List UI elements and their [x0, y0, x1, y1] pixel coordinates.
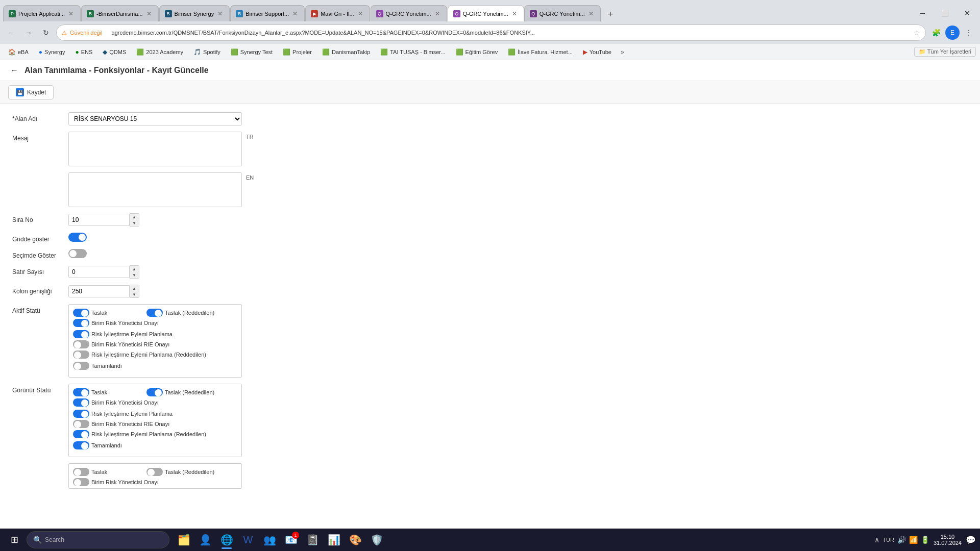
taskbar-app-teams[interactable]: 👥 [259, 530, 280, 550]
below-statu-birim-risk-toggle[interactable] [73, 478, 89, 486]
tab-qgrc-2[interactable]: Q Q-GRC Yönetim... ✕ [448, 5, 524, 21]
below-statu-taslak-red-toggle[interactable] [146, 468, 163, 476]
bookmark-qdms[interactable]: ◆ QDMS [99, 47, 130, 57]
tab-close-projeler[interactable]: ✕ [67, 10, 75, 18]
gorünür-statu-birim-risk-toggle[interactable] [73, 398, 89, 407]
kolon-genisligi-input[interactable] [68, 285, 130, 297]
gorünür-statu-birim-rie-toggle[interactable] [73, 420, 89, 428]
taskbar-app-excel[interactable]: 📊 [324, 530, 344, 550]
bookmark-star-icon[interactable]: ☆ [914, 29, 920, 37]
tab-close-bimser-danisma[interactable]: ✕ [145, 10, 153, 18]
kolon-genisligi-up[interactable]: ▲ [130, 285, 139, 291]
profile-button[interactable]: E [945, 26, 960, 40]
bookmark-tai-tusas[interactable]: 🟩 TAI TUSAŞ - Bimser... [376, 47, 449, 57]
close-window-button[interactable]: ✕ [957, 5, 978, 21]
tab-bimser-support[interactable]: B Bimser Support... ✕ [230, 5, 305, 21]
taskbar-app-chrome[interactable]: 🌐 [216, 530, 237, 550]
taskbar-datetime[interactable]: 15:10 31.07.2024 [934, 534, 962, 546]
notification-center-icon[interactable]: 💬 [966, 535, 976, 545]
bookmark-ilave-fatura[interactable]: 🟩 İlave Fatura. Hizmet... [504, 47, 577, 57]
forward-button[interactable]: → [21, 26, 36, 40]
gridde-goster-toggle[interactable] [68, 233, 87, 242]
tab-close-qgrc-3[interactable]: ✕ [587, 10, 595, 18]
tab-close-mavi-gri[interactable]: ✕ [356, 10, 364, 18]
tab-bimser-synergy[interactable]: B Bimser Synergy ✕ [159, 5, 230, 21]
tab-qgrc-1[interactable]: Q Q-GRC Yönetim... ✕ [371, 5, 447, 21]
battery-icon[interactable]: 🔋 [921, 536, 929, 544]
bookmark-synergy[interactable]: ● Synergy [35, 47, 69, 57]
save-button[interactable]: 💾 Kaydet [8, 85, 54, 99]
tab-close-bimser-synergy[interactable]: ✕ [216, 10, 224, 18]
alan-adi-select[interactable]: RİSK SENARYOSU 15 [68, 112, 242, 126]
gorünür-statu-tamamlandi-toggle[interactable] [73, 441, 89, 449]
restore-button[interactable]: ⬜ [934, 5, 955, 21]
aktif-statu-risk-ey-red-toggle[interactable] [73, 350, 89, 359]
reload-button[interactable]: ↻ [39, 26, 53, 40]
bookmark-projeler[interactable]: 🟩 Projeler [279, 47, 316, 57]
back-button[interactable]: ← [4, 26, 18, 40]
start-button[interactable]: ⊞ [4, 530, 24, 550]
gorünür-statu-risk-iy-toggle[interactable] [73, 410, 89, 418]
gorünür-statu-taslak-red-toggle[interactable] [146, 388, 163, 396]
bookmarks-more-button[interactable]: » [618, 47, 627, 57]
aktif-statu-birim-risk-toggle[interactable] [73, 319, 89, 327]
secimde-goster-toggle[interactable] [68, 249, 87, 258]
taskbar-app-person[interactable]: 👤 [195, 530, 215, 550]
below-statu-taslak-toggle[interactable] [73, 468, 89, 476]
sira-no-spinner: ▲ ▼ [130, 213, 139, 227]
kolon-genisligi-down[interactable]: ▼ [130, 291, 139, 297]
address-input[interactable] [106, 25, 911, 40]
tab-projeler[interactable]: P Projeler Applicati... ✕ [3, 5, 81, 21]
tab-close-bimser-support[interactable]: ✕ [291, 10, 299, 18]
mesaj-en-input[interactable] [68, 172, 242, 207]
bookmark-ens[interactable]: ● ENS [71, 47, 96, 57]
tab-bimser-danisma[interactable]: B -BimserDanisma... ✕ [81, 5, 158, 21]
bookmark-2023academy[interactable]: 🟩 2023 Academy [132, 47, 187, 57]
aktif-statu-birim-rie-toggle[interactable] [73, 340, 89, 348]
aktif-statu-taslak-red-toggle[interactable] [146, 309, 163, 317]
bookmark-youtube[interactable]: ▶ YouTube [579, 47, 616, 57]
taskbar-app-onenote[interactable]: 📓 [302, 530, 323, 550]
bookmarks-folder[interactable]: 📁 Tüm Yer İşaretleri [914, 47, 976, 57]
aktif-statu-risk-iy-toggle[interactable] [73, 330, 89, 338]
satir-sayisi-down[interactable]: ▼ [130, 272, 139, 278]
sira-no-down[interactable]: ▼ [130, 220, 139, 226]
aktif-statu-tamamlandi-toggle[interactable] [73, 362, 89, 370]
satir-sayisi-up[interactable]: ▲ [130, 266, 139, 272]
volume-icon[interactable]: 🔊 [897, 536, 906, 544]
mesaj-tr-input[interactable] [68, 132, 242, 166]
taskbar-app-defender[interactable]: 🛡️ [366, 530, 387, 550]
below-statu-item-birim-risk: Birim Risk Yöneticisi Onayı [73, 478, 159, 486]
minimize-button[interactable]: ─ [912, 5, 933, 21]
bookmark-synergy-test[interactable]: 🟩 Synergy Test [227, 47, 277, 57]
sira-no-up[interactable]: ▲ [130, 214, 139, 220]
page-title: Alan Tanımlama - Fonksiyonlar - Kayıt Gü… [24, 66, 209, 75]
extensions-button[interactable]: 🧩 [929, 26, 943, 40]
gorünür-statu-risk-ey-red-toggle[interactable] [73, 430, 89, 438]
tab-qgrc-3[interactable]: Q Q-GRC Yönetim... ✕ [524, 5, 601, 21]
bookmark-egitim-gorev[interactable]: 🟩 Eğitim Görev [452, 47, 502, 57]
page-back-button[interactable]: ← [8, 64, 20, 77]
network-icon[interactable]: 📶 [909, 536, 918, 544]
tab-mavi-gri[interactable]: ▶ Mavi Gri - İl... ✕ [305, 5, 370, 21]
bookmark-spotify[interactable]: 🎵 Spotify [189, 47, 225, 57]
chevron-up-icon[interactable]: ∧ [874, 536, 879, 544]
taskbar-app-files[interactable]: 🗂️ [174, 530, 194, 550]
bookmark-eba[interactable]: 🏠 eBA [4, 47, 33, 57]
tab-close-qgrc-1[interactable]: ✕ [433, 10, 442, 18]
satir-sayisi-input[interactable] [68, 266, 130, 278]
tab-favicon-bimser-support: B [236, 10, 243, 17]
bookmark-danismantakip[interactable]: 🟩 DanismanTakip [318, 47, 374, 57]
sira-no-input[interactable] [68, 214, 130, 226]
menu-button[interactable]: ⋮ [962, 26, 976, 40]
tab-close-qgrc-2[interactable]: ✕ [510, 10, 519, 18]
gorünür-statu-taslak-toggle[interactable] [73, 388, 89, 396]
aktif-statu-taslak-toggle[interactable] [73, 309, 89, 317]
taskbar-app-outlook[interactable]: 📧 1 [281, 530, 301, 550]
new-tab-button[interactable]: + [603, 7, 618, 21]
taskbar-app-paint[interactable]: 🎨 [345, 530, 365, 550]
gridde-goster-row: Gridde göster [12, 233, 968, 243]
taskbar-search[interactable]: 🔍 Search [27, 531, 169, 548]
bookmark-label-egitim-gorev: Eğitim Görev [465, 49, 498, 55]
taskbar-app-word[interactable]: W [238, 530, 258, 550]
